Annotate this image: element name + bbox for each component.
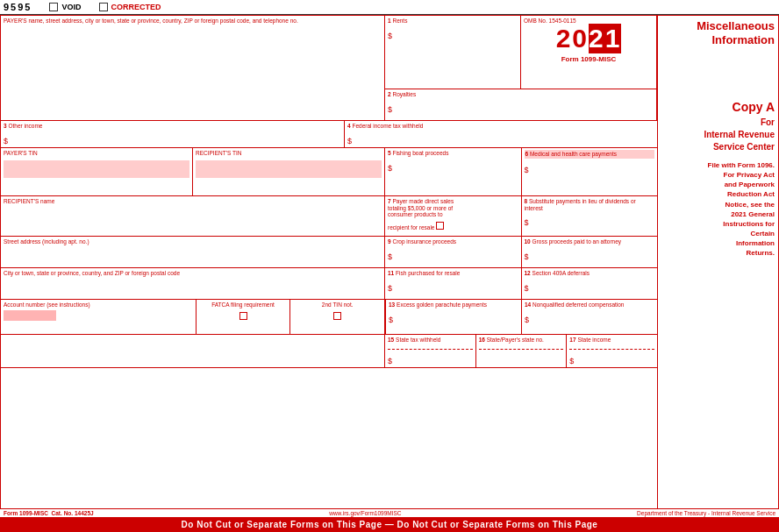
field-13-dollar: $: [389, 316, 518, 324]
account-cell: Account number (see instructions): [1, 300, 197, 334]
form-name: Form 1099-MISC: [561, 55, 617, 63]
field-9-cell: 9 Crop insurance proceeds $: [385, 237, 522, 267]
payer-tin-cell: PAYER'S TIN: [1, 148, 193, 195]
field-4-dollar: $: [347, 137, 654, 145]
field-14-cell: 14 Nonqualified deferred compensation $: [522, 300, 657, 334]
field-5-cell: 5 Fishing boat proceeds $: [385, 148, 522, 195]
payer-info-label: PAYER'S name, street address, city or to…: [4, 18, 298, 24]
field-8-label: 8 Substitute payments in lieu of dividen…: [525, 198, 636, 211]
field-4-cell: 4 Federal income tax withheld $: [345, 121, 657, 147]
fields-13-14: 13 Excess golden parachute payments $ 14…: [385, 300, 657, 334]
field-6-dollar: $: [525, 166, 655, 174]
field-15-cell: 15 State tax withheld $: [385, 335, 476, 367]
void-label: VOID: [61, 3, 81, 11]
year-20: 20: [556, 24, 589, 53]
field-2-dollar: $: [388, 105, 654, 114]
sidebar-title: Miscellaneous Information: [661, 19, 775, 46]
main-content: PAYER'S name, street address, city or to…: [0, 15, 779, 509]
field-17-cell: 17 State income $: [567, 335, 657, 367]
corrected-group: CORRECTED: [99, 3, 161, 11]
field-16-label: 16 State/Payer's state no.: [479, 337, 544, 343]
form-label-bottom: Form 1099-MISC Cat. No. 14425J: [4, 510, 94, 516]
field-5-dollar: $: [388, 164, 518, 173]
city-cell: City or town, state or province, country…: [1, 268, 385, 299]
street-cell: Street address (including apt. no.): [1, 237, 385, 267]
payer-tin-input[interactable]: [4, 160, 189, 178]
field-3-cell: 3 Other income $: [1, 121, 345, 147]
field-7-cell: 7 Payer made direct salestotaling $5,000…: [385, 196, 522, 236]
field-10-cell: 10 Gross proceeds paid to an attorney $: [522, 237, 658, 267]
field-8-cell: 8 Substitute payments in lieu of dividen…: [522, 196, 658, 236]
field-9-dollar: $: [388, 252, 518, 261]
field-1-label: 1 Rents: [388, 18, 407, 24]
recipient-row: RECIPIENT'S name 7 Payer made direct sal…: [1, 196, 657, 237]
right-sidebar: Miscellaneous Information Copy A For Int…: [658, 15, 779, 509]
field-3-label: 3 Other income: [4, 123, 42, 129]
corrected-checkbox[interactable]: [99, 3, 108, 11]
fatca-checkbox[interactable]: [239, 312, 247, 320]
account-input[interactable]: [4, 310, 56, 321]
fields-11-12: 11 Fish purchased for resale $ 12 Sectio…: [385, 268, 657, 299]
sidebar-notice: File with Form 1096. For Privacy Act and…: [661, 160, 775, 259]
field-11-dollar: $: [388, 284, 518, 293]
tin2-checkbox[interactable]: [333, 312, 341, 320]
payer-info-cell: PAYER'S name, street address, city or to…: [1, 16, 385, 120]
payer-tin-label: PAYER'S TIN: [4, 150, 38, 156]
field-11-cell: 11 Fish purchased for resale $: [385, 268, 522, 299]
bottom-info: Form 1099-MISC Cat. No. 14425J www.irs.g…: [0, 509, 779, 517]
recipient-name-cell: RECIPIENT'S name: [1, 196, 385, 236]
row-3-4: 3 Other income $ 4 Federal income tax wi…: [1, 121, 657, 148]
field-12-label: 12 Section 409A deferrals: [525, 270, 590, 276]
fields-7-8: 7 Payer made direct salestotaling $5,000…: [385, 196, 657, 236]
recipient-tin-cell: RECIPIENT'S TIN: [193, 148, 385, 195]
void-checkbox[interactable]: [49, 3, 58, 11]
year-display: 2021: [556, 24, 622, 53]
fields-5-6: 5 Fishing boat proceeds $ 6 Medical and …: [385, 148, 657, 195]
field-13-label: 13 Excess golden parachute payments: [389, 301, 487, 308]
year-21: 21: [589, 24, 621, 53]
fields-right-top: 1 Rents $ OMB No. 1545-0115 2021 Form 10…: [385, 16, 657, 120]
field-17-label: 17 State income: [569, 337, 611, 343]
field-3-dollar: $: [4, 137, 341, 145]
form-area: PAYER'S name, street address, city or to…: [0, 15, 658, 509]
field-12-dollar: $: [525, 284, 655, 293]
recipient-tin-label: RECIPIENT'S TIN: [196, 150, 241, 156]
street-row: Street address (including apt. no.) 9 Cr…: [1, 237, 657, 268]
account-row: Account number (see instructions) FATCA …: [1, 300, 657, 335]
field-11-label: 11 Fish purchased for resale: [388, 270, 460, 276]
field-1-cell: 1 Rents $: [385, 16, 521, 89]
field-4-label: 4 Federal income tax withheld: [347, 123, 423, 129]
field-14-dollar: $: [525, 316, 654, 324]
fatca-label: FATCA filing requirement: [211, 301, 275, 309]
form-number: 9595: [4, 2, 32, 12]
field-10-dollar: $: [525, 252, 655, 261]
field-17-dollar: $: [569, 357, 654, 365]
rent-omb-row: 1 Rents $ OMB No. 1545-0115 2021 Form 10…: [385, 16, 656, 89]
field-13-cell: 13 Excess golden parachute payments $: [386, 300, 522, 334]
field-6-label: 6 Medical and health care payments: [525, 150, 655, 159]
street-label: Street address (including apt. no.): [4, 238, 89, 245]
recipient-name-label: RECIPIENT'S name: [4, 198, 54, 204]
field-16-dashed: [479, 349, 564, 350]
field-17-dashed: [569, 349, 654, 350]
field-15-dollar: $: [388, 357, 473, 365]
field-9-label: 9 Crop insurance proceeds: [388, 238, 456, 245]
field-7-checkbox[interactable]: [436, 222, 444, 230]
tin2-cell: 2nd TIN not.: [290, 300, 385, 334]
recipient-tin-input[interactable]: [196, 160, 382, 178]
field-5-label: 5 Fishing boat proceeds: [388, 150, 448, 156]
fields-9-10: 9 Crop insurance proceeds $ 10 Gross pro…: [385, 237, 657, 267]
top-header: 9595 VOID CORRECTED: [0, 0, 779, 15]
field-15-dashed: [388, 349, 473, 350]
copy-for-label: For Internal Revenue Service Center: [661, 117, 775, 153]
fatca-cell: FATCA filing requirement: [197, 300, 291, 334]
corrected-label: CORRECTED: [111, 3, 161, 11]
sidebar-copy: Copy A For Internal Revenue Service Cent…: [661, 99, 775, 153]
row1: PAYER'S name, street address, city or to…: [1, 16, 657, 121]
copy-a-label: Copy A: [661, 99, 775, 117]
field-8-dollar: $: [525, 218, 655, 227]
field-2-cell: 2 Royalties $: [385, 89, 656, 120]
website-label: www.irs.gov/Form1099MISC: [329, 510, 401, 516]
field-15-label: 15 State tax withheld: [388, 337, 440, 343]
city-row: City or town, state or province, country…: [1, 268, 657, 300]
